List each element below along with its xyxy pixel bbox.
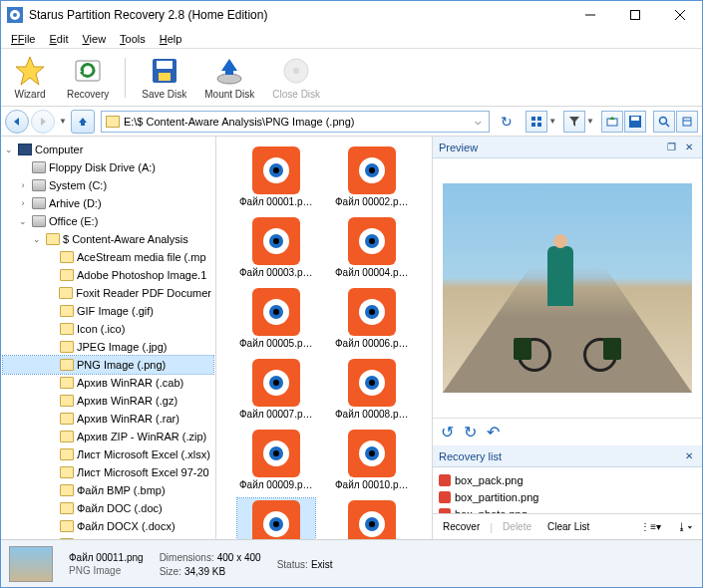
forward-button[interactable]: [31, 110, 55, 134]
tree-node[interactable]: ⌄Computer: [3, 141, 213, 158]
tree-node[interactable]: Floppy Disk Drive (A:): [3, 158, 213, 176]
tree-node[interactable]: ›System (C:): [3, 176, 213, 194]
tree-node[interactable]: GIF Image (.gif): [3, 302, 213, 320]
tree-node[interactable]: ⌄Office (E:): [3, 212, 213, 230]
file-item[interactable]: Файл 00003.png: [237, 215, 315, 280]
menu-help[interactable]: Help: [154, 31, 188, 47]
recovery-item[interactable]: box_photo.png: [439, 505, 696, 513]
back-button[interactable]: [5, 110, 29, 134]
rec-opts-icon[interactable]: ⋮≡▾: [634, 519, 667, 534]
delete-button: Delete: [497, 519, 537, 534]
file-item[interactable]: Файл 00004.png: [333, 215, 411, 280]
svg-rect-12: [159, 73, 171, 81]
wizard-icon: [14, 55, 46, 87]
recovery-close-icon[interactable]: ✕: [682, 449, 696, 463]
menu-file[interactable]: FFileFile: [5, 31, 41, 47]
file-item[interactable]: Файл 00011.png: [237, 498, 315, 539]
mount-disk-button[interactable]: Mount Disk: [198, 53, 260, 102]
tree-node[interactable]: Adobe Photoshop Image.1: [3, 266, 213, 284]
svg-rect-31: [683, 118, 691, 126]
file-item[interactable]: Файл 00001.png: [237, 145, 315, 209]
nav-bar: ▼ E:\$ Content-Aware Analysis\PNG Image …: [1, 107, 702, 137]
file-item[interactable]: Файл 00012.png: [333, 498, 411, 539]
svg-line-30: [666, 124, 669, 127]
tree-node[interactable]: Архив ZIP - WinRAR (.zip): [3, 428, 213, 445]
svg-point-29: [660, 117, 667, 124]
preview-pane: [433, 158, 702, 418]
tree-node[interactable]: Файл DOCX (.docx): [3, 517, 213, 535]
mount-disk-icon: [213, 55, 245, 87]
view-dropdown[interactable]: ▼: [548, 117, 556, 126]
tree-node[interactable]: Лист Microsoft Excel (.xlsx): [3, 445, 213, 463]
folder-tree[interactable]: ⌄ComputerFloppy Disk Drive (A:)›System (…: [1, 137, 216, 539]
file-item[interactable]: Файл 00008.png: [333, 357, 411, 422]
maximize-button[interactable]: [612, 1, 657, 29]
svg-rect-20: [531, 117, 535, 121]
options-button[interactable]: [676, 111, 698, 133]
tree-node[interactable]: AceStream media file (.mp: [3, 248, 213, 266]
svg-rect-23: [537, 123, 541, 127]
file-item[interactable]: Файл 00002.png: [333, 145, 411, 209]
tree-node[interactable]: Архив WinRAR (.cab): [3, 374, 213, 392]
rotate-right-icon[interactable]: ↻: [464, 423, 477, 441]
file-item[interactable]: Файл 00005.png: [237, 286, 315, 351]
close-button[interactable]: [657, 1, 702, 29]
tree-node[interactable]: Архив WinRAR (.rar): [3, 410, 213, 428]
preview-popout-icon[interactable]: ❐: [664, 141, 678, 154]
view-mode-button[interactable]: [526, 111, 547, 133]
titlebar: Starus Partition Recovery 2.8 (Home Edit…: [1, 1, 702, 29]
tree-node[interactable]: Архив WinRAR (.gz): [3, 392, 213, 410]
app-icon: [7, 7, 23, 23]
recovery-list[interactable]: box_pack.pngbox_partition.pngbox_photo.p…: [433, 467, 702, 513]
file-item[interactable]: Файл 00009.png: [237, 428, 315, 492]
file-item[interactable]: Файл 00006.png: [333, 286, 411, 351]
separator: [125, 58, 126, 98]
tree-node[interactable]: PNG Image (.png): [3, 356, 213, 374]
svg-point-16: [293, 68, 299, 74]
tree-node[interactable]: JPEG Image (.jpg): [3, 338, 213, 356]
tree-node[interactable]: Icon (.ico): [3, 320, 213, 338]
wizard-button[interactable]: Wizard: [5, 53, 55, 102]
file-item[interactable]: Файл 00007.png: [237, 357, 315, 422]
save-disk-button[interactable]: Save Disk: [136, 53, 192, 102]
tree-node[interactable]: Лист Microsoft Excel 97-20: [3, 463, 213, 481]
rotate-left-icon[interactable]: ↺: [441, 423, 454, 441]
address-bar[interactable]: E:\$ Content-Aware Analysis\PNG Image (.…: [101, 111, 490, 133]
save-button[interactable]: [624, 111, 646, 133]
history-dropdown[interactable]: ▼: [57, 117, 69, 126]
preview-header: Preview ❐ ✕: [433, 137, 702, 158]
file-item[interactable]: Файл 00010.png: [333, 428, 411, 492]
rec-up-icon[interactable]: ⭳▾: [671, 519, 698, 534]
recover-button[interactable]: Recover: [437, 519, 486, 534]
tree-node[interactable]: Файл BMP (.bmp): [3, 481, 213, 499]
recover-quick-button[interactable]: [601, 111, 623, 133]
address-path: E:\$ Content-Aware Analysis\PNG Image (.…: [124, 116, 471, 128]
tree-node[interactable]: ⌄$ Content-Aware Analysis: [3, 230, 213, 248]
window-title: Starus Partition Recovery 2.8 (Home Edit…: [29, 8, 567, 22]
search-button[interactable]: [653, 111, 675, 133]
filter-button[interactable]: [563, 111, 585, 133]
menu-view[interactable]: View: [76, 31, 112, 47]
clear-list-button[interactable]: Clear List: [541, 519, 595, 534]
tree-node[interactable]: Файл DOC (.doc): [3, 499, 213, 517]
filter-dropdown[interactable]: ▼: [586, 117, 594, 126]
svg-rect-25: [607, 119, 617, 126]
rotate-ccw-icon[interactable]: ↶: [487, 423, 500, 441]
preview-controls: ↺ ↻ ↶: [433, 418, 702, 445]
tree-node[interactable]: ›Arhive (D:): [3, 194, 213, 212]
recovery-item[interactable]: box_pack.png: [439, 471, 696, 488]
preview-close-icon[interactable]: ✕: [682, 141, 696, 154]
refresh-button[interactable]: ↻: [496, 111, 518, 133]
address-dropdown-icon[interactable]: ⌵: [471, 115, 485, 128]
svg-marker-14: [221, 59, 237, 75]
tree-node[interactable]: Foxit Reader PDF Documer: [3, 284, 213, 302]
right-panel: Preview ❐ ✕ ↺ ↻ ↶ Recovery list ✕ box_pa…: [433, 137, 702, 539]
recovery-item[interactable]: box_partition.png: [439, 488, 696, 505]
file-list[interactable]: Файл 00001.pngФайл 00002.pngФайл 00003.p…: [216, 137, 433, 539]
recovery-list-header: Recovery list ✕: [433, 445, 702, 467]
menu-tools[interactable]: Tools: [114, 31, 152, 47]
recovery-button[interactable]: Recovery: [61, 53, 115, 102]
menu-edit[interactable]: Edit: [43, 31, 74, 47]
up-button[interactable]: [71, 110, 95, 134]
minimize-button[interactable]: [567, 1, 612, 29]
